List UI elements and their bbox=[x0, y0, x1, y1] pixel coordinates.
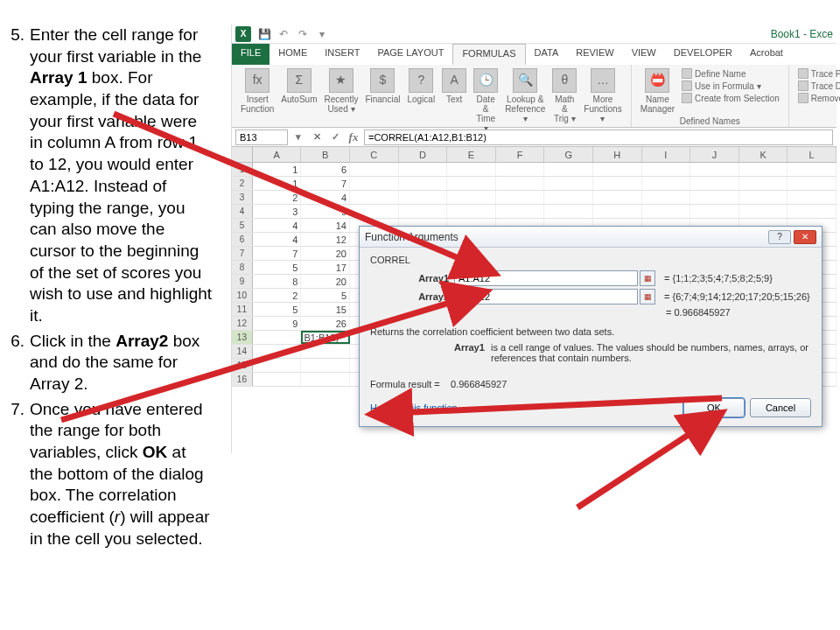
cell[interactable] bbox=[399, 163, 448, 176]
cell[interactable] bbox=[301, 345, 350, 358]
cell[interactable] bbox=[447, 191, 496, 204]
cell[interactable] bbox=[690, 191, 739, 204]
close-button[interactable]: ✕ bbox=[794, 230, 816, 244]
cell[interactable] bbox=[690, 163, 739, 176]
cell[interactable] bbox=[544, 163, 593, 176]
cell[interactable] bbox=[739, 205, 788, 218]
tab-view[interactable]: VIEW bbox=[623, 44, 665, 65]
cell[interactable] bbox=[253, 345, 302, 358]
use-in-formula-button[interactable]: Use in Formula ▾ bbox=[682, 80, 780, 91]
cell[interactable]: 5 bbox=[253, 261, 302, 274]
cell[interactable] bbox=[642, 177, 691, 190]
range-picker-icon[interactable]: ▦ bbox=[640, 289, 655, 304]
row-header[interactable]: 1 bbox=[232, 163, 253, 176]
cell[interactable] bbox=[496, 205, 545, 218]
column-header[interactable]: F bbox=[496, 147, 545, 162]
column-header[interactable]: L bbox=[788, 147, 836, 162]
cell[interactable] bbox=[593, 191, 642, 204]
cell[interactable] bbox=[447, 177, 496, 190]
cell[interactable] bbox=[253, 359, 302, 372]
cell[interactable] bbox=[642, 191, 691, 204]
column-header[interactable]: E bbox=[447, 147, 496, 162]
tab-home[interactable]: HOME bbox=[270, 44, 316, 65]
column-header[interactable]: K bbox=[739, 147, 788, 162]
column-header[interactable]: I bbox=[642, 147, 691, 162]
column-header[interactable]: A bbox=[253, 147, 302, 162]
cell[interactable]: 15 bbox=[301, 303, 350, 316]
help-link[interactable]: Help on this function bbox=[370, 402, 458, 413]
cell[interactable]: 9 bbox=[301, 205, 350, 218]
define-name-button[interactable]: Define Name bbox=[682, 68, 780, 79]
cell[interactable] bbox=[399, 177, 448, 190]
cell[interactable] bbox=[496, 191, 545, 204]
financial-button[interactable]: $Financial bbox=[361, 66, 403, 135]
remove-arrows-button[interactable]: Remove A bbox=[798, 93, 840, 103]
formula-input[interactable] bbox=[364, 130, 833, 145]
column-header[interactable]: J bbox=[690, 147, 739, 162]
cell[interactable]: 26 bbox=[301, 317, 350, 330]
accept-formula-icon[interactable]: ✓ bbox=[327, 130, 343, 145]
row-header[interactable]: 7 bbox=[232, 247, 253, 260]
help-button[interactable]: ? bbox=[768, 230, 791, 244]
cell[interactable] bbox=[301, 373, 350, 386]
cell[interactable]: 4 bbox=[301, 191, 350, 204]
row-header[interactable]: 5 bbox=[232, 219, 253, 232]
select-all-corner[interactable] bbox=[232, 147, 253, 162]
date-time-button[interactable]: 🕒Date & Time ▾ bbox=[470, 66, 501, 135]
cell[interactable]: 20 bbox=[301, 247, 350, 260]
cell[interactable]: 7 bbox=[253, 247, 302, 260]
cell[interactable] bbox=[544, 177, 593, 190]
tab-page-layout[interactable]: PAGE LAYOUT bbox=[368, 44, 452, 65]
fx-button-icon[interactable]: fx bbox=[346, 130, 361, 145]
cell[interactable]: 5 bbox=[301, 289, 350, 302]
cell[interactable] bbox=[301, 359, 350, 372]
cell[interactable] bbox=[350, 205, 399, 218]
cell[interactable] bbox=[447, 163, 496, 176]
row-header[interactable]: 6 bbox=[232, 233, 253, 246]
array2-input[interactable] bbox=[454, 289, 638, 304]
namebox-dropdown-icon[interactable]: ▾ bbox=[290, 130, 306, 145]
cell[interactable]: B1:B12) bbox=[301, 331, 350, 344]
tab-review[interactable]: REVIEW bbox=[567, 44, 622, 65]
cell[interactable] bbox=[350, 177, 399, 190]
cell[interactable]: 20 bbox=[301, 275, 350, 288]
column-header[interactable]: B bbox=[301, 147, 350, 162]
cancel-button[interactable]: Cancel bbox=[750, 398, 811, 417]
row-header[interactable]: 14 bbox=[232, 345, 253, 358]
column-header[interactable]: C bbox=[350, 147, 399, 162]
cell[interactable] bbox=[253, 331, 302, 344]
cell[interactable]: 4 bbox=[253, 219, 302, 232]
tab-formulas[interactable]: FORMULAS bbox=[452, 44, 525, 65]
cell[interactable] bbox=[642, 163, 691, 176]
cell[interactable]: 7 bbox=[301, 177, 350, 190]
cell[interactable] bbox=[447, 205, 496, 218]
cell[interactable]: 8 bbox=[253, 275, 302, 288]
cell[interactable] bbox=[544, 205, 593, 218]
cell[interactable]: 2 bbox=[253, 289, 302, 302]
trace-precedents-button[interactable]: Trace Pre bbox=[798, 68, 840, 79]
name-manager-button[interactable]: 📛Name Manager bbox=[637, 66, 678, 116]
tab-acrobat[interactable]: Acrobat bbox=[741, 44, 792, 65]
cell[interactable] bbox=[690, 177, 739, 190]
cell[interactable] bbox=[788, 177, 836, 190]
dialog-title-bar[interactable]: Function Arguments ? ✕ bbox=[360, 227, 822, 248]
tab-insert[interactable]: INSERT bbox=[316, 44, 368, 65]
cell[interactable] bbox=[593, 177, 642, 190]
row-header[interactable]: 8 bbox=[232, 261, 253, 274]
array1-input[interactable] bbox=[454, 270, 638, 286]
lookup-button[interactable]: 🔍Lookup & Reference ▾ bbox=[501, 66, 549, 135]
row-header[interactable]: 13 bbox=[232, 331, 253, 344]
more-functions-button[interactable]: …More Functions ▾ bbox=[580, 66, 625, 135]
ok-button[interactable]: OK bbox=[683, 398, 745, 417]
cell[interactable] bbox=[350, 163, 399, 176]
text-button[interactable]: AText bbox=[438, 66, 470, 135]
cell[interactable] bbox=[739, 177, 788, 190]
tab-data[interactable]: DATA bbox=[526, 44, 568, 65]
trace-dependents-button[interactable]: Trace Dep bbox=[798, 80, 840, 91]
cell[interactable] bbox=[496, 177, 545, 190]
column-header[interactable]: H bbox=[593, 147, 642, 162]
cell[interactable]: 2 bbox=[253, 191, 302, 204]
cell[interactable] bbox=[739, 163, 788, 176]
save-icon[interactable]: 💾 bbox=[257, 27, 271, 41]
tab-developer[interactable]: DEVELOPER bbox=[665, 44, 741, 65]
